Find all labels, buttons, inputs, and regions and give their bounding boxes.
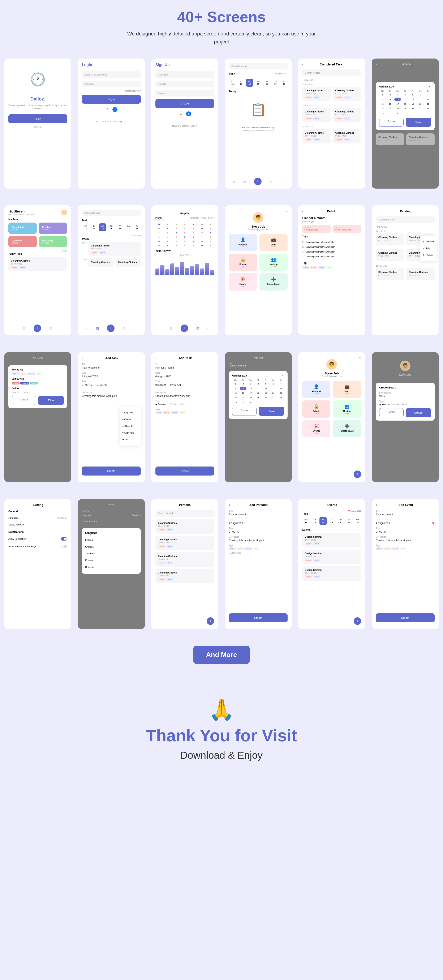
menu-icon[interactable]: ⋯ — [359, 210, 361, 213]
back-icon[interactable]: ‹ — [302, 210, 303, 213]
search-input[interactable]: Search for task — [376, 216, 435, 223]
day-item[interactable]: TU13 — [311, 517, 318, 525]
create-button[interactable]: Create — [406, 408, 431, 417]
add-button[interactable]: + — [107, 325, 115, 332]
create-button[interactable]: Create — [155, 99, 214, 108]
avatar[interactable]: 👨 — [253, 212, 263, 223]
day-item[interactable]: TH15 — [255, 79, 262, 87]
edit-action[interactable]: ✎ Edit — [422, 245, 434, 252]
back-icon[interactable]: ‹ — [376, 210, 377, 213]
login-button[interactable]: Login — [8, 114, 67, 123]
day-item[interactable]: TH15 — [108, 223, 115, 231]
add-button[interactable]: + — [207, 617, 214, 625]
search-input[interactable]: Search for task — [155, 510, 214, 517]
cancel-button[interactable]: Cancel — [379, 408, 403, 417]
task-card[interactable]: Cleaning Clothes07:00 - 07:15UrgentHome — [302, 108, 331, 122]
stat-card[interactable]: Completed86 Task — [8, 223, 37, 234]
day-item[interactable]: SU18 — [280, 79, 288, 87]
todo-item[interactable]: ☑Creating this month's work plan — [302, 240, 361, 245]
create-button[interactable]: Create — [82, 466, 140, 476]
category-card[interactable]: 💼Work8 Task — [260, 234, 288, 251]
settings-icon[interactable]: ⚙ — [302, 356, 361, 359]
task-card[interactable]: Cleaning Clothes — [88, 258, 113, 267]
create-button[interactable]: Create — [155, 466, 214, 476]
day-item[interactable]: FR16 — [116, 223, 124, 231]
task-card[interactable]: Cleaning Clothes07:00 - 07:15 — [406, 268, 435, 280]
task-card[interactable]: Cleaning Clothes07:00 - 07:15 — [406, 134, 435, 145]
google-icon[interactable]: G — [178, 111, 183, 116]
task-card[interactable]: Cleaning Clothes07:00 - 07:15UrgentHome — [155, 519, 214, 534]
allow-toggle[interactable] — [61, 537, 67, 541]
avatar[interactable]: 👨 — [327, 359, 337, 370]
stat-card[interactable]: Pending15 Task — [39, 223, 67, 234]
task-card[interactable]: Cleaning Clothes07:00 - 07:15 — [376, 249, 404, 261]
stat-card[interactable]: Canceled14 Task — [8, 236, 37, 247]
task-card[interactable]: Cleaning Clothes07:00 - 07:15UrgentHome — [333, 108, 361, 122]
save-button[interactable]: Save — [259, 407, 284, 416]
settings-icon[interactable]: ⚙ — [229, 210, 288, 212]
signin-prompt[interactable]: Have any account? Sign in — [155, 125, 214, 127]
task-card[interactable]: Cleaning Clothes07:00 - 07:15 — [376, 234, 404, 245]
facebook-icon[interactable]: f — [186, 111, 191, 116]
add-button[interactable]: + — [33, 325, 41, 332]
task-card[interactable]: Cleaning Clothes07:00 - 07:15UrgentHome — [333, 129, 361, 143]
viewall-link[interactable]: View all — [61, 250, 67, 257]
language-row[interactable]: LanguageEnglish › — [8, 515, 67, 521]
day-item[interactable]: MO12 — [229, 79, 236, 87]
category-card[interactable]: 🎉Events4 Task — [229, 273, 257, 291]
nav-chart-icon[interactable]: ▤ — [49, 326, 52, 330]
category-card[interactable]: 👤Personal6 Task — [302, 381, 330, 398]
day-item[interactable]: WE14 — [246, 79, 253, 87]
login-submit[interactable]: Login — [82, 95, 140, 103]
day-item[interactable]: SA17 — [272, 79, 279, 87]
day-item[interactable]: FR16 — [263, 79, 271, 87]
add-button[interactable]: + — [181, 325, 188, 332]
save-button[interactable]: Save — [406, 118, 431, 127]
day-item[interactable]: TU13 — [91, 223, 98, 231]
lang-option[interactable]: Russian — [85, 564, 137, 570]
add-button[interactable]: + — [354, 471, 361, 478]
month-selector[interactable]: ‹ May 2021 › — [302, 79, 361, 81]
day-item[interactable]: SA17 — [345, 517, 352, 525]
month-nav[interactable]: ‹ › — [429, 85, 431, 88]
task-card[interactable]: Cleaning Clothes07:00 - 07:15UrgentHome — [302, 87, 331, 101]
day-item[interactable]: WE14 — [319, 517, 327, 525]
forgot-link[interactable]: Forgot Password? — [82, 90, 140, 92]
event-card[interactable]: Design Seminar07:00 - 07:15UrgentHome — [302, 533, 361, 547]
category-card[interactable]: 👥Meeting4 Task — [260, 254, 288, 271]
day-item[interactable]: MO12 — [302, 517, 309, 525]
create-button[interactable]: Create — [376, 613, 435, 622]
google-icon[interactable]: G — [105, 107, 110, 112]
delete-row[interactable]: Delete Account› — [8, 521, 67, 528]
delete-action[interactable]: 🗑 Delete — [422, 252, 434, 259]
ring-toggle[interactable] — [61, 545, 67, 548]
lang-option[interactable]: Japanese — [85, 550, 137, 557]
search-input[interactable]: Search for task — [82, 210, 140, 216]
category-card[interactable]: 💼Work8 Task — [333, 381, 361, 398]
todo-item[interactable]: ☐Creating this month's work plan — [302, 250, 361, 254]
create-button[interactable]: Create — [229, 613, 288, 622]
day-item[interactable]: SA17 — [125, 223, 132, 231]
category-card[interactable]: 👥Meeting4 Task — [333, 401, 361, 418]
menu-icon[interactable]: ⋯ — [359, 63, 361, 66]
avatar[interactable] — [61, 210, 67, 215]
search-input[interactable]: Search for task — [229, 63, 288, 70]
nav-folder-icon[interactable]: ▭ — [281, 180, 284, 183]
category-card[interactable]: 👤Personal6 Task — [229, 234, 257, 251]
email-input[interactable]: Email ID or Username — [82, 71, 140, 78]
signup-link[interactable]: Sign Up — [8, 126, 67, 128]
event-card[interactable]: Design Seminar07:00 - 07:15UrgentHome — [302, 566, 361, 581]
task-card[interactable]: Cleaning Clothes07:00 - 07:15UrgentHome — [88, 242, 141, 256]
day-item[interactable]: SU18 — [354, 517, 361, 525]
task-card[interactable]: Cleaning Clothes07:00 - 07:15UrgentHome — [155, 552, 214, 567]
month-nav[interactable]: ‹ May 2021 › — [376, 226, 435, 228]
lang-option[interactable]: English✓ — [85, 536, 137, 544]
todo-item[interactable]: ☑Creating this month's work plan — [302, 245, 361, 250]
nav-home-icon[interactable]: ⌂ — [233, 180, 235, 183]
category-card[interactable]: 🔒Private3 Task — [229, 254, 257, 271]
nav-chart-icon[interactable]: ▤ — [270, 180, 272, 183]
task-card[interactable]: Cleaning Clothes07:00 - 07:15UrgentHome — [302, 129, 331, 143]
month-nav[interactable]: ‹ April 2021 › — [155, 254, 214, 256]
task-card[interactable]: Cleaning Clothes07:00 - 07:15 — [376, 134, 404, 145]
disable-action[interactable]: ⊘ Disable — [422, 238, 434, 245]
